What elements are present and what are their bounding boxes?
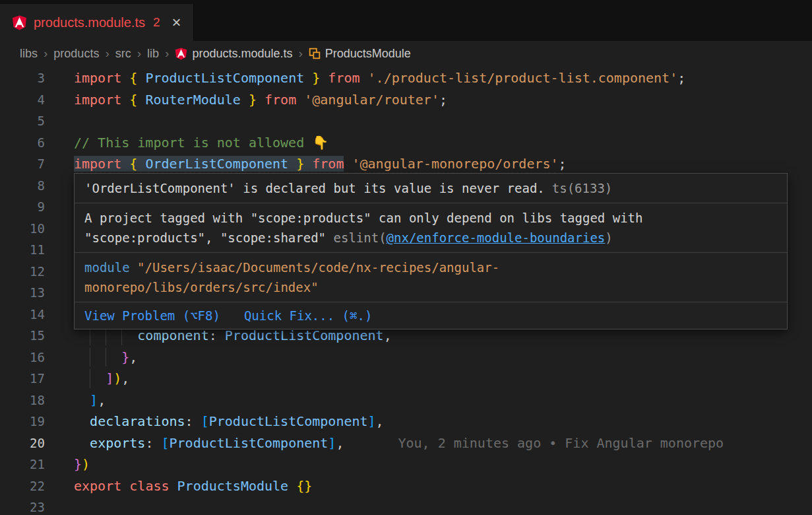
chevron-right-icon: › [44, 46, 47, 61]
line-number: 18 [0, 390, 45, 411]
code-token [296, 92, 304, 108]
breadcrumb-item-products[interactable]: products [53, 47, 99, 61]
code-line[interactable]: 20 exports: [ProductListComponent],You, … [0, 432, 812, 454]
chevron-right-icon: › [137, 46, 141, 61]
code-token: RouterModule [145, 92, 241, 108]
code-token: import [74, 156, 121, 172]
angular-icon [12, 15, 27, 30]
code-token: declarations [90, 413, 185, 429]
git-blame-annotation: You, 2 minutes ago • Fix Angular monorep… [398, 435, 724, 451]
code-content: declarations: [ProductListComponent], [74, 411, 812, 432]
diagnostic-hover-popup: 'OrderListComponent' is declared but its… [74, 173, 788, 329]
code-line[interactable]: 7import { OrderListComponent } from '@an… [0, 153, 812, 175]
tab-error-count-badge: 2 [153, 15, 160, 30]
eslint-rule-link[interactable]: @nx/enforce-module-boundaries [387, 230, 606, 245]
breadcrumb-item-file[interactable]: products.module.ts [175, 47, 292, 61]
code-token: } [296, 156, 304, 172]
code-token: : [185, 413, 201, 429]
code-token: ; [677, 70, 685, 86]
code-token: : [209, 327, 225, 343]
code-token [74, 435, 90, 451]
code-line[interactable]: 17 ]), [0, 368, 812, 390]
quick-fix-action[interactable]: Quick Fix... (⌘.) [244, 307, 372, 324]
line-number: 19 [0, 411, 45, 432]
view-problem-action[interactable]: View Problem (⌥F8) [84, 307, 220, 324]
chevron-right-icon: › [165, 46, 169, 61]
eslint-source-prefix: eslint( [334, 230, 387, 245]
breadcrumb-item-src[interactable]: src [115, 47, 131, 61]
code-content: ], [74, 390, 812, 411]
line-number: 11 [0, 239, 45, 261]
tab-title: products.module.ts [34, 15, 145, 30]
code-line[interactable]: 19 declarations: [ProductListComponent], [0, 411, 812, 432]
code-token: // This import is not allowed [74, 135, 312, 151]
code-token [288, 156, 296, 172]
code-content [74, 497, 812, 515]
code-token [344, 156, 352, 172]
code-content: import { RouterModule } from '@angular/r… [74, 89, 812, 111]
code-token [121, 478, 129, 494]
hover-action-bar: View Problem (⌥F8) Quick Fix... (⌘.) [75, 302, 787, 329]
code-line[interactable]: 21}) [0, 454, 812, 475]
code-content: import { OrderListComponent } from '@ang… [74, 153, 812, 175]
tab-products-module[interactable]: products.module.ts 2 × [0, 4, 194, 41]
code-token [137, 156, 145, 172]
code-token: ProductListComponent [170, 435, 328, 451]
code-token: ] [106, 370, 113, 386]
code-token: ProductListComponent [145, 70, 304, 86]
code-token: exports [90, 435, 145, 451]
code-token: {} [296, 478, 312, 494]
code-line[interactable]: 4import { RouterModule } from '@angular/… [0, 89, 812, 111]
code-line[interactable]: 22export class ProductsModule {} [0, 475, 812, 497]
code-token: import [74, 92, 121, 108]
code-token: OrderListComponent [145, 156, 288, 172]
line-number: 4 [0, 89, 45, 111]
code-token [121, 70, 129, 86]
breadcrumb-item-symbol[interactable]: ProductsModule [309, 47, 411, 61]
code-token: ] [90, 392, 98, 408]
code-token: ] [368, 413, 376, 429]
code-content: }, [74, 347, 812, 368]
code-line[interactable]: 23 [0, 497, 812, 515]
line-number: 10 [0, 218, 45, 240]
line-number: 21 [0, 454, 45, 475]
code-content: import { ProductListComponent } from './… [74, 67, 812, 89]
code-token [170, 478, 177, 494]
code-line[interactable]: 6// This import is not allowed 👇 [0, 132, 812, 154]
code-token [320, 70, 328, 86]
close-icon[interactable]: × [172, 15, 181, 30]
code-token: { [129, 92, 137, 108]
hover-eslint-diagnostic: A project tagged with "scope:products" c… [75, 203, 787, 253]
code-token: from [265, 92, 296, 108]
code-token: from [328, 70, 359, 86]
line-number: 22 [0, 475, 45, 497]
code-token: , [121, 370, 129, 386]
code-line[interactable]: 5 [0, 110, 812, 132]
code-token [74, 413, 90, 429]
line-number: 5 [0, 110, 45, 132]
breadcrumb-item-lib[interactable]: lib [147, 47, 159, 61]
code-line[interactable]: 18 ], [0, 390, 812, 411]
code-token: , [98, 392, 106, 408]
code-token: export [74, 478, 121, 494]
angular-icon [175, 48, 187, 60]
code-line[interactable]: 3import { ProductListComponent } from '.… [0, 67, 812, 89]
code-token: import [74, 70, 121, 86]
module-keyword: module [84, 260, 130, 275]
code-line[interactable]: 16 }, [0, 347, 812, 368]
code-token: { [129, 70, 137, 86]
breadcrumb-symbol-label: ProductsModule [325, 47, 411, 61]
ts-diagnostic-code: ts(6133) [552, 181, 613, 195]
code-token [360, 70, 368, 86]
code-content [74, 110, 812, 132]
line-number: 3 [0, 67, 45, 89]
chevron-right-icon: › [105, 46, 109, 61]
code-token [241, 92, 249, 108]
code-token: } [121, 349, 129, 365]
breadcrumb-item-libs[interactable]: libs [20, 47, 38, 61]
code-content: // This import is not allowed 👇 [74, 132, 812, 154]
code-content: export class ProductsModule {} [74, 475, 812, 497]
code-token: : [145, 435, 161, 451]
line-number: 15 [0, 325, 45, 347]
line-number: 6 [0, 132, 45, 154]
